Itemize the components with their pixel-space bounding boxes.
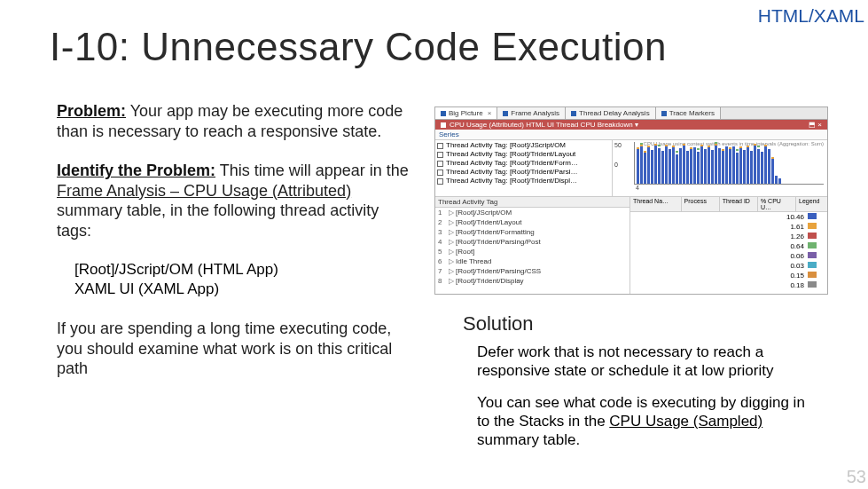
cpu-sampled-link: CPU Usage (Sampled): [609, 413, 762, 430]
bars: [634, 142, 824, 185]
tab-frame-analysis[interactable]: Frame Analysis: [497, 107, 566, 119]
tab-trace-markers[interactable]: Trace Markers: [656, 107, 721, 119]
tab-thread-delay[interactable]: Thread Delay Analysis: [566, 107, 656, 119]
thread-row[interactable]: Thread Activity Tag: [Root]/Trident/Layo…: [435, 150, 612, 159]
value-rows: 10.46 1.61 1.26 0.64 0.06 0.03 0.15 0.18: [630, 212, 827, 295]
value-row: 10.46: [630, 212, 827, 222]
legend-swatch: [808, 213, 817, 219]
solution-p1: Defer work that is not necessary to reac…: [477, 343, 817, 381]
table-row[interactable]: 8▷[Root]/Trident/Display: [435, 276, 629, 286]
identify-body2: summary table, in the following thread a…: [57, 201, 379, 240]
tag-line-1: [Root]/JScript/OM (HTML App): [74, 260, 415, 280]
tab-icon: [441, 111, 446, 116]
thread-row[interactable]: Thread Activity Tag: [Root]/JScript/OM: [435, 141, 612, 150]
solution-column: Solution Defer work that is not necessar…: [463, 312, 817, 461]
expand-icon[interactable]: ▷: [449, 247, 454, 256]
table-row[interactable]: 6▷Idle Thread: [435, 256, 629, 266]
identify-lead: Identify the Problem:: [57, 162, 215, 179]
thread-row[interactable]: Thread Activity Tag: [Root]/Trident/Pars…: [435, 168, 612, 177]
legend-swatch: [808, 233, 817, 239]
table-row[interactable]: 2▷[Root]/Trident/Layout: [435, 217, 629, 227]
graph-icon: [441, 122, 446, 128]
frame-analysis-link: Frame Analysis – CPU Usage (Attributed): [57, 182, 351, 200]
expand-icon[interactable]: ▷: [449, 276, 454, 286]
thread-row[interactable]: Thread Activity Tag: [Root]/Trident/Disp…: [435, 177, 612, 185]
value-row: 0.15: [630, 271, 827, 280]
value-row: 1.26: [630, 232, 827, 241]
identify-body1: This time will appear in the: [215, 162, 409, 179]
value-row: 0.18: [630, 280, 827, 290]
legend-swatch: [808, 252, 817, 258]
legend-swatch: [808, 262, 817, 268]
solution-heading: Solution: [463, 312, 817, 335]
tab-icon: [503, 111, 508, 116]
table-row[interactable]: 1▷[Root]/JScript/OM: [435, 208, 629, 217]
upper-pane: Thread Activity Tag: [Root]/JScript/OM T…: [435, 140, 827, 197]
identify-paragraph: Identify the Problem: This time will app…: [57, 161, 415, 241]
lower-pane: Thread Activity Tag 1▷[Root]/JScript/OM …: [435, 197, 827, 295]
expand-icon[interactable]: ▷: [449, 237, 454, 247]
value-row: 0.64: [630, 241, 827, 251]
graph-title: CPU Usage (Attributed) HTML UI Thread CP…: [450, 121, 638, 129]
spend-paragraph: If you are spending a long time executin…: [57, 319, 415, 379]
table-left: Thread Activity Tag 1▷[Root]/JScript/OM …: [435, 197, 630, 295]
tag-line-2: XAML UI (XAML App): [74, 280, 415, 299]
tab-icon: [571, 111, 576, 116]
legend-swatch: [808, 242, 817, 248]
expand-icon[interactable]: ▷: [449, 217, 454, 227]
value-row: 0.03: [630, 261, 827, 271]
tab-strip: Big Picture× Frame Analysis Thread Delay…: [435, 107, 827, 120]
close-icon[interactable]: ×: [488, 109, 492, 117]
solution-p2: You can see what code is executing by di…: [477, 393, 817, 450]
graph-title-bar: CPU Usage (Attributed) HTML UI Thread CP…: [435, 120, 827, 130]
table-row[interactable]: 5▷[Root]: [435, 247, 629, 256]
value-row: 0.06: [630, 251, 827, 261]
problem-paragraph: Problem: Your app may be executing more …: [57, 101, 415, 141]
legend-swatch: [808, 272, 817, 278]
value-row: 1.61: [630, 222, 827, 232]
x-axis: 4: [634, 185, 824, 191]
thread-row[interactable]: Thread Activity Tag: [Root]/Trident/Form…: [435, 159, 612, 168]
table-left-header: Thread Activity Tag: [435, 197, 629, 208]
expand-icon[interactable]: ▷: [449, 266, 454, 276]
table-row[interactable]: 3▷[Root]/Trident/Formatting: [435, 227, 629, 237]
y-axis: 50 0: [614, 142, 622, 181]
table-right-header: Thread Na… Process Thread ID % CPU U… Le…: [630, 197, 827, 212]
expand-icon[interactable]: ▷: [449, 227, 454, 237]
legend-swatch: [808, 223, 817, 229]
legend-swatch: [808, 281, 817, 288]
tab-big-picture[interactable]: Big Picture×: [435, 107, 497, 119]
chart-area: CPU Usage using context switch events in…: [613, 140, 827, 196]
table-row[interactable]: 4▷[Root]/Trident/Parsing/Post: [435, 237, 629, 247]
table-right: Thread Na… Process Thread ID % CPU U… Le…: [630, 197, 827, 295]
corner-tag: HTML/XAML: [758, 5, 864, 27]
tab-icon: [661, 111, 667, 116]
window-controls[interactable]: ⬒ ×: [809, 121, 822, 129]
slide-title: I-10: Unnecessary Code Execution: [50, 25, 667, 69]
left-column: Problem: Your app may be executing more …: [57, 101, 415, 379]
problem-lead: Problem:: [57, 102, 126, 120]
expand-icon[interactable]: ▷: [449, 208, 454, 217]
page-number: 53: [847, 467, 866, 487]
table-row[interactable]: 7▷[Root]/Trident/Parsing/CSS: [435, 266, 629, 276]
thread-list: Thread Activity Tag: [Root]/JScript/OM T…: [435, 140, 613, 196]
thread-tags-block: [Root]/JScript/OM (HTML App) XAML UI (XA…: [74, 260, 415, 299]
expand-icon[interactable]: ▷: [449, 256, 454, 266]
analyzer-screenshot: Big Picture× Frame Analysis Thread Delay…: [434, 106, 828, 295]
series-header: Series: [435, 130, 827, 140]
